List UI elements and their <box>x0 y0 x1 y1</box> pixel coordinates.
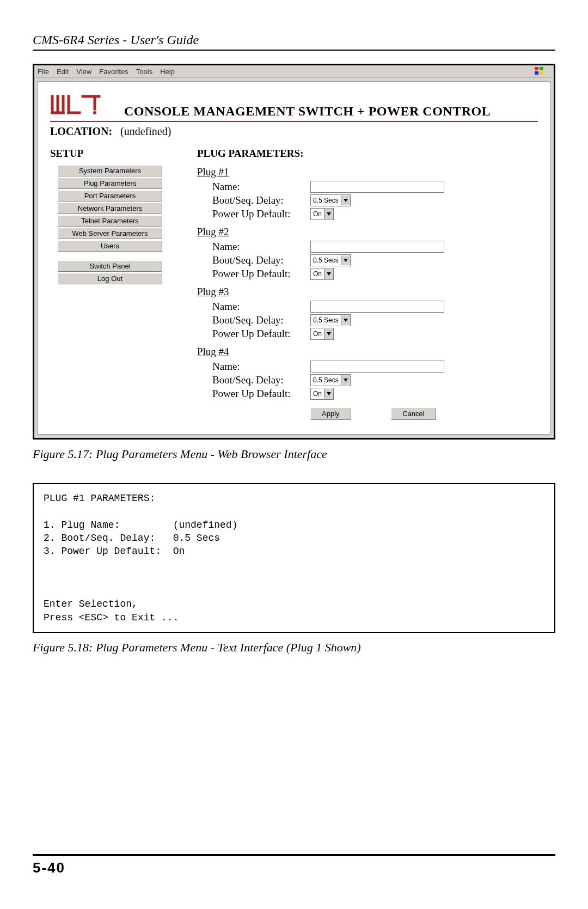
plug4-link[interactable]: Plug #4 <box>197 346 229 358</box>
sidebar: SETUP System Parameters Plug Parameters … <box>50 148 170 285</box>
section-title: PLUG PARAMETERS: <box>197 148 538 160</box>
sidebar-item-port-parameters[interactable]: Port Parameters <box>58 190 162 202</box>
plug3-delay-select[interactable]: 0.5 Secs <box>310 314 351 326</box>
plug3-link[interactable]: Plug #3 <box>197 286 229 298</box>
plug1-delay-label: Boot/Seq. Delay: <box>197 194 310 206</box>
brand-title: CONSOLE MANAGEMENT SWITCH + POWER CONTRO… <box>124 104 538 119</box>
plug2-power-label: Power Up Default: <box>197 268 310 280</box>
svg-marker-5 <box>344 199 348 202</box>
svg-marker-12 <box>327 392 331 395</box>
sidebar-item-plug-parameters[interactable]: Plug Parameters <box>58 178 162 189</box>
windows-flag-icon <box>534 66 544 75</box>
svg-marker-11 <box>344 379 348 382</box>
menu-view[interactable]: View <box>76 68 91 76</box>
chevron-down-icon <box>341 255 350 265</box>
page-number: 5-40 <box>33 854 555 876</box>
sidebar-item-system-parameters[interactable]: System Parameters <box>58 165 162 176</box>
svg-marker-9 <box>344 319 348 322</box>
chevron-down-icon <box>324 209 333 219</box>
plug4-name-input[interactable] <box>310 361 444 373</box>
plug2-delay-label: Boot/Seq. Delay: <box>197 254 310 266</box>
plug4-power-label: Power Up Default: <box>197 388 310 400</box>
svg-marker-7 <box>344 259 348 262</box>
sidebar-item-users[interactable]: Users <box>58 240 162 252</box>
sidebar-item-log-out[interactable]: Log Out <box>58 273 162 284</box>
running-head: CMS-6R4 Series - User's Guide <box>33 33 555 51</box>
plug4-delay-label: Boot/Seq. Delay: <box>197 374 310 386</box>
menu-tools[interactable]: Tools <box>136 68 152 76</box>
location-line: LOCATION: (undefined) <box>50 125 538 138</box>
main-panel: PLUG PARAMETERS: Plug #1 Name: Boot/Seq.… <box>170 148 538 420</box>
menu-help[interactable]: Help <box>160 68 175 76</box>
page-body: CONSOLE MANAGEMENT SWITCH + POWER CONTRO… <box>38 81 550 435</box>
plug3-power-select[interactable]: On <box>310 328 334 340</box>
svg-marker-10 <box>327 332 331 335</box>
plug4-power-select[interactable]: On <box>310 388 334 400</box>
plug3-power-label: Power Up Default: <box>197 328 310 340</box>
figure-5-17-caption: Figure 5.17: Plug Parameters Menu - Web … <box>33 447 555 461</box>
sidebar-title: SETUP <box>50 148 170 160</box>
brand-row: CONSOLE MANAGEMENT SWITCH + POWER CONTRO… <box>50 93 538 122</box>
plug2-delay-select[interactable]: 0.5 Secs <box>310 254 351 266</box>
svg-rect-2 <box>535 71 538 75</box>
location-label: LOCATION: <box>50 125 112 137</box>
chevron-down-icon <box>341 196 350 205</box>
button-row: Apply Cancel <box>197 407 538 420</box>
svg-rect-1 <box>540 67 543 70</box>
browser-screenshot: File Edit View Favorites Tools Help <box>33 64 555 440</box>
plug2-name-label: Name: <box>197 241 310 253</box>
figure-5-18-caption: Figure 5.18: Plug Parameters Menu - Text… <box>33 640 555 655</box>
text-interface-panel: PLUG #1 PARAMETERS: 1. Plug Name: (undef… <box>33 483 555 633</box>
sidebar-item-telnet-parameters[interactable]: Telnet Parameters <box>58 215 162 227</box>
page: CMS-6R4 Series - User's Guide File Edit … <box>33 33 555 676</box>
svg-point-4 <box>93 111 96 114</box>
menu-file[interactable]: File <box>38 68 49 76</box>
menu-edit[interactable]: Edit <box>57 68 69 76</box>
chevron-down-icon <box>341 315 350 325</box>
content-row: SETUP System Parameters Plug Parameters … <box>50 148 538 420</box>
plug1-power-label: Power Up Default: <box>197 208 310 220</box>
plug2-name-input[interactable] <box>310 241 444 253</box>
cancel-button[interactable]: Cancel <box>391 407 436 420</box>
ie-body-wrap: CONSOLE MANAGEMENT SWITCH + POWER CONTRO… <box>34 78 554 438</box>
sidebar-item-network-parameters[interactable]: Network Parameters <box>58 203 162 214</box>
plug2-power-select[interactable]: On <box>310 268 334 280</box>
chevron-down-icon <box>341 375 350 385</box>
chevron-down-icon <box>324 389 333 399</box>
chevron-down-icon <box>324 329 333 339</box>
plug2-link[interactable]: Plug #2 <box>197 226 229 238</box>
plug3-name-label: Name: <box>197 301 310 313</box>
plug3-name-input[interactable] <box>310 301 444 313</box>
plug1-link[interactable]: Plug #1 <box>197 166 229 178</box>
sidebar-item-switch-panel[interactable]: Switch Panel <box>58 260 162 272</box>
menu-favorites[interactable]: Favorites <box>99 68 128 76</box>
ie-menubar: File Edit View Favorites Tools Help <box>34 65 554 78</box>
svg-marker-6 <box>327 212 331 216</box>
plug1-name-input[interactable] <box>310 181 444 193</box>
svg-rect-0 <box>535 67 538 70</box>
plug4-delay-select[interactable]: 0.5 Secs <box>310 374 351 386</box>
apply-button[interactable]: Apply <box>310 407 351 420</box>
plug1-name-label: Name: <box>197 181 310 193</box>
plug1-delay-select[interactable]: 0.5 Secs <box>310 194 351 206</box>
chevron-down-icon <box>324 269 333 279</box>
wti-logo-icon <box>50 93 102 119</box>
sidebar-item-webserver-parameters[interactable]: Web Server Parameters <box>58 228 162 239</box>
svg-rect-3 <box>540 71 543 75</box>
location-value: (undefined) <box>120 125 171 137</box>
plug1-power-select[interactable]: On <box>310 208 334 220</box>
svg-marker-8 <box>327 272 331 276</box>
plug3-delay-label: Boot/Seq. Delay: <box>197 314 310 326</box>
plug4-name-label: Name: <box>197 361 310 373</box>
